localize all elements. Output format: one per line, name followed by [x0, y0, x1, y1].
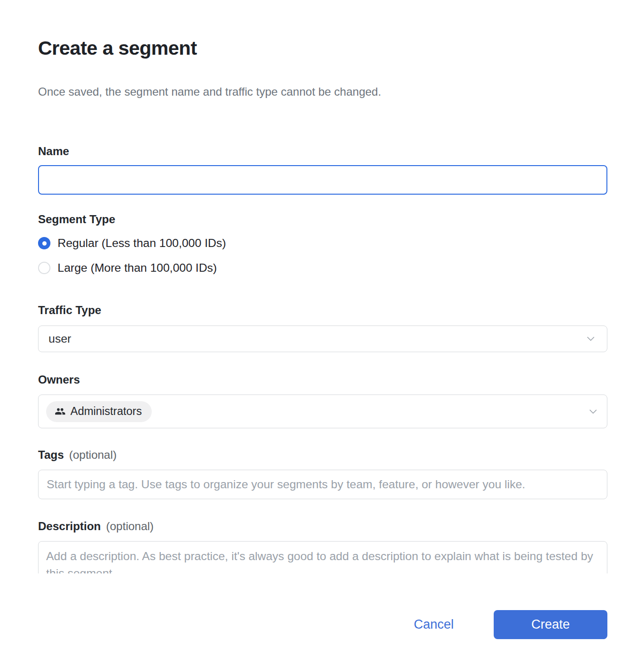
tags-input[interactable]: [38, 470, 607, 499]
name-input[interactable]: [38, 165, 607, 195]
create-segment-dialog: Create a segment Once saved, the segment…: [0, 0, 644, 671]
radio-unselected-icon[interactable]: [38, 262, 50, 274]
traffic-type-value: user: [49, 332, 585, 345]
owners-chip-area: Administrators: [46, 401, 587, 422]
description-textarea[interactable]: [38, 541, 607, 573]
owner-chip-label: Administrators: [70, 405, 142, 418]
tags-group: Tags (optional): [38, 448, 607, 499]
segment-type-label: Segment Type: [38, 212, 607, 227]
dialog-subtitle: Once saved, the segment name and traffic…: [38, 85, 607, 99]
segment-type-group: Segment Type Regular (Less than 100,000 …: [38, 212, 607, 275]
description-group: Description (optional): [38, 519, 607, 573]
chevron-down-icon: [585, 333, 597, 345]
owners-group: Owners Administrators: [38, 373, 607, 428]
description-optional-label: (optional): [106, 520, 154, 533]
create-button[interactable]: Create: [494, 610, 607, 639]
segment-type-option-large[interactable]: Large (More than 100,000 IDs): [38, 261, 607, 275]
dialog-footer: Cancel Create: [38, 610, 607, 639]
owners-select[interactable]: Administrators: [38, 395, 607, 428]
tags-label: Tags: [38, 448, 64, 462]
traffic-type-group: Traffic Type user: [38, 303, 607, 352]
chevron-down-icon: [587, 405, 599, 418]
people-icon: [55, 406, 66, 417]
name-label: Name: [38, 144, 607, 158]
radio-label: Regular (Less than 100,000 IDs): [58, 237, 226, 250]
tags-optional-label: (optional): [69, 448, 117, 462]
name-field-group: Name: [38, 144, 607, 195]
description-clip-region: [38, 541, 607, 573]
description-label: Description: [38, 519, 101, 533]
page-title: Create a segment: [38, 36, 607, 60]
cancel-button[interactable]: Cancel: [414, 617, 454, 632]
segment-type-option-regular[interactable]: Regular (Less than 100,000 IDs): [38, 237, 607, 250]
owners-label: Owners: [38, 373, 607, 387]
radio-selected-icon[interactable]: [38, 237, 50, 249]
radio-label: Large (More than 100,000 IDs): [58, 261, 217, 275]
traffic-type-label: Traffic Type: [38, 303, 607, 317]
owner-chip-administrators[interactable]: Administrators: [46, 401, 152, 422]
traffic-type-select[interactable]: user: [38, 326, 607, 352]
